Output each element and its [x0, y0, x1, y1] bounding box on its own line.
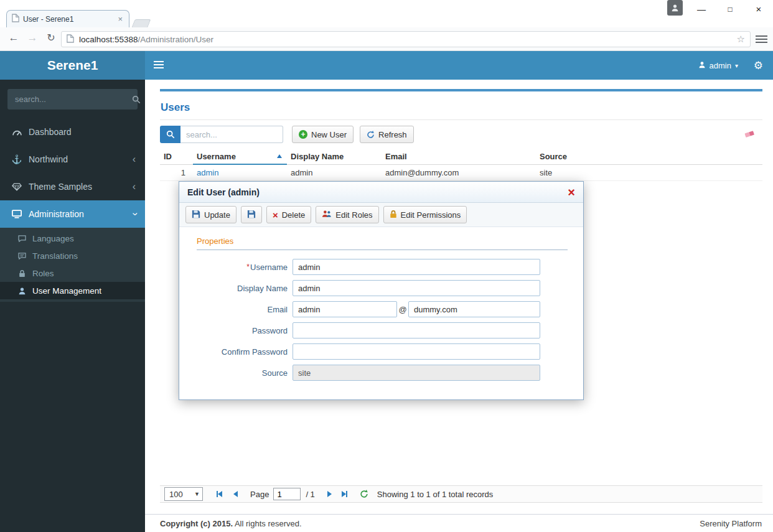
browser-tab[interactable]: User - Serene1 × [6, 10, 129, 27]
username-label: Username [250, 263, 288, 272]
brand-logo[interactable]: Serene1 [0, 51, 145, 80]
display-name-field[interactable] [293, 280, 540, 296]
edit-roles-button[interactable]: Edit Roles [316, 206, 378, 223]
search-icon[interactable] [132, 95, 141, 104]
email-user-field[interactable] [293, 301, 397, 317]
confirm-password-field[interactable] [293, 343, 540, 360]
sidebar-item-user-management[interactable]: User Management [0, 282, 145, 299]
grid-search-button[interactable] [160, 126, 180, 143]
column-header-id[interactable]: ID [160, 152, 193, 161]
app-header: Serene1 admin ▾ ⚙ [0, 51, 773, 80]
include-deleted-toggle-icon[interactable] [744, 129, 755, 140]
tab-close-icon[interactable]: × [116, 14, 124, 24]
apply-changes-button[interactable] [241, 206, 262, 223]
sidebar-item-label: Northwind [29, 154, 68, 164]
first-page-button[interactable] [214, 487, 225, 501]
sidebar-item-dashboard[interactable]: Dashboard [0, 118, 145, 146]
grid-header: ID Username Display Name Email Source [160, 149, 762, 165]
cell-display-name: admin [287, 168, 382, 177]
sidebar-item-languages[interactable]: Languages [0, 230, 145, 247]
save-disk-icon [192, 210, 200, 220]
username-field[interactable] [293, 259, 540, 275]
window-close-button[interactable]: × [744, 0, 773, 19]
grid-toolbar: + New User Refresh [160, 126, 762, 143]
field-confirm-password: Confirm Password [197, 343, 568, 360]
address-bar[interactable]: localhost:55388/Administration/User ☆ [61, 31, 751, 47]
table-row[interactable]: 1 admin admin admin@dummy.com site [160, 165, 762, 181]
user-menu[interactable]: admin ▾ [698, 51, 738, 80]
pager-refresh-icon[interactable] [360, 490, 368, 498]
page-number-input[interactable] [273, 488, 301, 500]
sidebar-item-translations[interactable]: Translations [0, 247, 145, 264]
column-header-display-name[interactable]: Display Name [287, 152, 382, 161]
sidebar-item-administration[interactable]: Administration ‹ [0, 200, 145, 228]
bookmark-star-icon[interactable]: ☆ [737, 34, 745, 45]
sidebar-search [7, 89, 138, 110]
platform-label: Serenity Platform [700, 519, 762, 528]
update-label: Update [204, 210, 230, 220]
sidebar-search-input[interactable] [7, 95, 132, 104]
email-domain-field[interactable] [408, 301, 540, 317]
select-caret-icon: ▼ [194, 491, 200, 497]
sidebar-item-theme-samples[interactable]: Theme Samples ‹ [0, 173, 145, 200]
total-pages-label: / 1 [306, 490, 314, 499]
previous-page-button[interactable] [231, 487, 240, 501]
dialog-title: Edit User (admin) [187, 187, 260, 197]
column-header-email[interactable]: Email [382, 152, 536, 161]
sidebar-item-roles[interactable]: Roles [0, 264, 145, 282]
anchor-icon: ⚓ [9, 154, 24, 164]
next-page-button[interactable] [325, 487, 334, 501]
user-icon [698, 61, 706, 70]
comment-icon [15, 235, 29, 242]
cell-id: 1 [160, 168, 193, 177]
panel-accent-bar [160, 89, 762, 91]
delete-button[interactable]: × Delete [266, 206, 311, 223]
dialog-close-icon[interactable]: × [568, 186, 575, 198]
window-maximize-button[interactable]: □ [716, 0, 744, 19]
refresh-icon [367, 131, 375, 139]
dialog-titlebar[interactable]: Edit User (admin) × [179, 182, 583, 203]
browser-menu-button[interactable] [756, 35, 767, 45]
password-field[interactable] [293, 322, 540, 338]
dialog-toolbar: Update × Delete Edit Roles [179, 203, 583, 227]
category-properties[interactable]: Properties [197, 236, 568, 250]
permissions-lock-icon [390, 210, 397, 220]
browser-profile-button[interactable] [667, 0, 683, 16]
grid-pager: 100 ▼ Page / 1 Showing 1 to 1 of 1 total… [160, 485, 762, 503]
back-button[interactable]: ← [6, 32, 21, 44]
column-header-username[interactable]: Username [193, 149, 287, 165]
plus-circle-icon: + [299, 130, 307, 139]
forward-button[interactable]: → [25, 32, 40, 44]
page-size-select[interactable]: 100 ▼ [164, 487, 203, 501]
sidebar-item-label: User Management [32, 286, 101, 296]
update-button[interactable]: Update [185, 206, 237, 223]
new-user-button[interactable]: + New User [292, 126, 354, 143]
refresh-label: Refresh [378, 130, 407, 139]
app-footer: Copyright (c) 2015. All rights reserved.… [145, 514, 773, 532]
new-tab-button[interactable] [131, 19, 151, 27]
caret-down-icon: ▾ [735, 62, 738, 69]
screen: User - Serene1 × — □ × ← → ↻ localhost:5… [0, 0, 773, 532]
window-minimize-button[interactable]: — [687, 0, 716, 19]
username-link[interactable]: admin [197, 168, 218, 177]
sidebar-toggle-button[interactable] [154, 61, 164, 70]
dashboard-gauge-icon [9, 128, 24, 136]
field-source: Source [197, 365, 568, 381]
edit-permissions-button[interactable]: Edit Permissions [383, 206, 467, 223]
copyright-rest: All rights reserved. [233, 519, 302, 528]
last-page-button[interactable] [339, 487, 350, 501]
email-label: Email [197, 305, 288, 314]
grid-search-input[interactable] [180, 126, 283, 143]
reload-button[interactable]: ↻ [44, 32, 59, 44]
column-header-source[interactable]: Source [536, 152, 604, 161]
new-user-label: New User [311, 130, 347, 139]
at-sign: @ [397, 305, 408, 314]
sort-ascending-icon [277, 154, 282, 158]
display-name-label: Display Name [197, 284, 288, 293]
source-field [293, 365, 540, 381]
sidebar-item-northwind[interactable]: ⚓ Northwind ‹ [0, 146, 145, 173]
settings-gears-icon[interactable]: ⚙ [754, 59, 763, 72]
cell-source: site [536, 168, 604, 177]
tab-favicon-icon [12, 14, 19, 24]
refresh-button[interactable]: Refresh [360, 126, 414, 143]
